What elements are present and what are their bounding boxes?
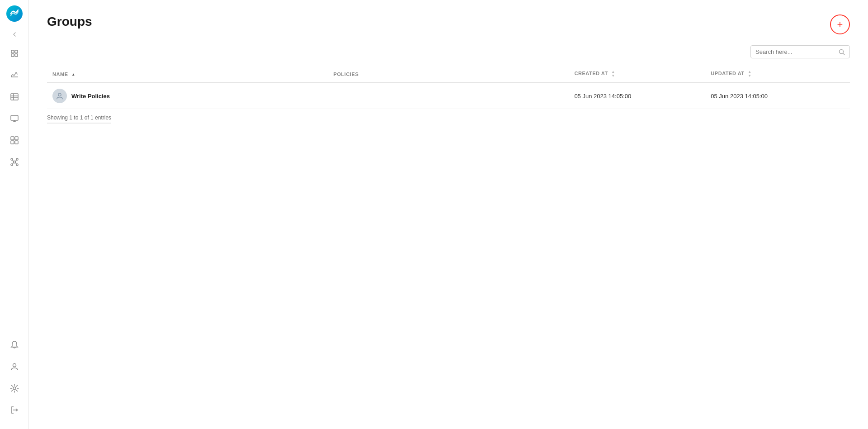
column-header-updated[interactable]: UPDATED AT ▲ ▼ bbox=[705, 66, 850, 83]
search-input[interactable] bbox=[755, 48, 839, 55]
sidebar-item-dashboard[interactable] bbox=[5, 43, 24, 63]
svg-line-30 bbox=[843, 53, 845, 55]
group-avatar bbox=[52, 89, 67, 103]
add-group-button[interactable]: + bbox=[830, 14, 850, 34]
sidebar-item-activity[interactable] bbox=[5, 65, 24, 85]
cell-policies bbox=[328, 83, 569, 109]
svg-rect-10 bbox=[11, 115, 18, 120]
svg-point-27 bbox=[13, 387, 16, 390]
sidebar-item-profile[interactable] bbox=[5, 357, 24, 377]
cell-created-at: 05 Jun 2023 14:05:00 bbox=[569, 83, 705, 109]
group-name-text: Write Policies bbox=[71, 93, 110, 100]
column-header-created[interactable]: CREATED AT ▲ ▼ bbox=[569, 66, 705, 83]
page-title: Groups bbox=[47, 14, 92, 29]
svg-rect-13 bbox=[11, 137, 14, 140]
svg-rect-4 bbox=[15, 54, 18, 57]
svg-line-24 bbox=[12, 163, 13, 164]
cell-updated-at: 05 Jun 2023 14:05:00 bbox=[705, 83, 850, 109]
svg-line-23 bbox=[15, 160, 16, 162]
svg-line-25 bbox=[15, 163, 16, 164]
sidebar-item-monitor[interactable] bbox=[5, 109, 24, 129]
column-header-name[interactable]: NAME ▲ bbox=[47, 66, 328, 83]
cell-name: Write Policies bbox=[47, 83, 328, 109]
svg-rect-6 bbox=[11, 94, 18, 100]
column-header-policies: POLICIES bbox=[328, 66, 569, 83]
sidebar bbox=[0, 0, 29, 429]
sidebar-item-widgets[interactable] bbox=[5, 130, 24, 150]
table-header-row: NAME ▲ POLICIES CREATED AT ▲ ▼ bbox=[47, 66, 850, 83]
svg-rect-2 bbox=[15, 50, 18, 53]
svg-rect-3 bbox=[11, 54, 14, 57]
sort-icons-updated: ▲ ▼ bbox=[748, 70, 751, 78]
svg-point-26 bbox=[13, 364, 16, 367]
svg-point-21 bbox=[16, 164, 18, 166]
sidebar-collapse-button[interactable] bbox=[9, 29, 20, 40]
sort-icons-created: ▲ ▼ bbox=[611, 70, 615, 78]
svg-rect-14 bbox=[15, 137, 18, 140]
search-icon[interactable] bbox=[839, 49, 845, 55]
sidebar-item-logout[interactable] bbox=[5, 400, 24, 420]
svg-rect-15 bbox=[11, 141, 14, 144]
sidebar-item-settings[interactable] bbox=[5, 378, 24, 398]
app-logo[interactable] bbox=[6, 5, 23, 22]
svg-rect-1 bbox=[11, 50, 14, 53]
main-content: Groups + NAME ▲ bbox=[29, 0, 868, 429]
sidebar-nav bbox=[0, 43, 28, 335]
svg-point-18 bbox=[11, 158, 13, 160]
sidebar-item-network[interactable] bbox=[5, 152, 24, 172]
search-area bbox=[47, 45, 850, 58]
page-header: Groups + bbox=[47, 14, 850, 34]
svg-point-17 bbox=[13, 161, 15, 163]
sort-icons-name: ▲ bbox=[71, 73, 75, 76]
sidebar-item-table[interactable] bbox=[5, 87, 24, 107]
svg-point-20 bbox=[11, 164, 13, 166]
svg-point-19 bbox=[16, 158, 18, 160]
svg-point-31 bbox=[58, 93, 61, 96]
groups-table: NAME ▲ POLICIES CREATED AT ▲ ▼ bbox=[47, 66, 850, 124]
sidebar-bottom bbox=[5, 335, 24, 424]
sidebar-item-notifications[interactable] bbox=[5, 335, 24, 355]
svg-rect-16 bbox=[15, 141, 18, 144]
table-row[interactable]: Write Policies 05 Jun 2023 14:05:00 05 J… bbox=[47, 83, 850, 109]
search-box bbox=[750, 45, 850, 58]
entries-info: Showing 1 to 1 of 1 entries bbox=[47, 114, 111, 124]
svg-line-22 bbox=[12, 160, 13, 162]
